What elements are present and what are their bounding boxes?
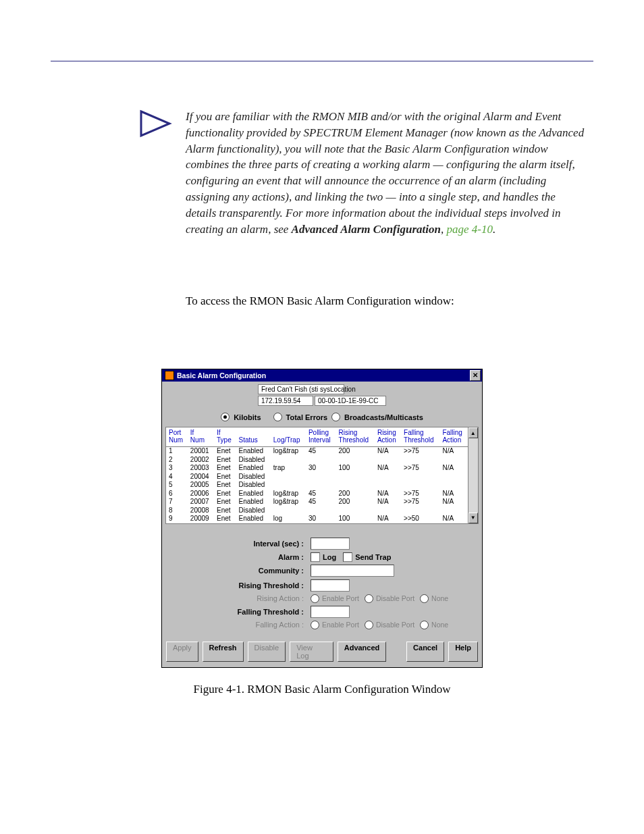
radio-ra-none[interactable] xyxy=(420,594,429,603)
cell-port: 2 xyxy=(166,456,188,465)
cancel-button[interactable]: Cancel xyxy=(406,642,444,662)
cell-ifnum: 20004 xyxy=(188,473,214,481)
cell-iftype: Enet xyxy=(214,506,236,515)
cell-lt xyxy=(271,456,306,465)
radio-kilobits[interactable] xyxy=(221,413,230,421)
cell-lt: log&trap xyxy=(271,498,306,506)
table-row[interactable]: 220002EnetDisabled xyxy=(166,456,468,465)
table-row[interactable]: 320003EnetEnabledtrap30100N/A>>75N/A xyxy=(166,464,468,473)
alarm-table-wrap: Port Num If Num If Type Status Log/Trap … xyxy=(165,427,479,524)
cell-port: 7 xyxy=(166,498,188,506)
label-falling-ac: Falling Action : xyxy=(169,621,311,629)
table-row[interactable]: 120001EnetEnabledlog&trap45200N/A>>75N/A xyxy=(166,447,468,456)
note-link[interactable]: page 4-10 xyxy=(446,223,492,236)
cell-lt: log xyxy=(271,515,306,523)
button-row: Apply Refresh Disable View Log Advanced … xyxy=(162,632,482,667)
cell-poll: 45 xyxy=(306,447,336,456)
cell-fth xyxy=(401,481,439,490)
label-community: Community : xyxy=(169,567,311,575)
table-scrollbar[interactable]: ▲ ▼ xyxy=(468,427,479,523)
cell-rth xyxy=(336,456,375,465)
input-interval[interactable] xyxy=(311,538,350,550)
cell-ifnum: 20005 xyxy=(188,481,214,490)
cell-rac: N/A xyxy=(375,447,401,456)
cell-rth: 200 xyxy=(336,498,375,506)
radio-fa-enable[interactable] xyxy=(311,621,319,629)
help-button[interactable]: Help xyxy=(448,642,478,662)
cell-fth: >>75 xyxy=(401,447,439,456)
infobar: Fred Can't Fish (sti sysLocation 172.19.… xyxy=(162,382,482,410)
table-row[interactable]: 820008EnetDisabled xyxy=(166,506,468,515)
cell-rth: 100 xyxy=(336,515,375,523)
note-block: If you are familiar with the RMON MIB an… xyxy=(138,109,587,237)
cell-fac xyxy=(439,506,467,515)
scroll-up-icon[interactable]: ▲ xyxy=(468,427,479,438)
th-iftype: If Type xyxy=(214,427,236,447)
cell-iftype: Enet xyxy=(214,456,236,465)
note-tail: . xyxy=(493,223,495,236)
cell-port: 4 xyxy=(166,473,188,481)
note-bold: Advanced Alarm Configuration xyxy=(292,223,441,236)
checkbox-sendtrap[interactable] xyxy=(343,552,352,562)
cell-status: Disabled xyxy=(236,506,270,515)
cell-fac xyxy=(439,481,467,490)
note-pre: If you are familiar with the RMON MIB an… xyxy=(186,110,584,236)
advanced-button[interactable]: Advanced xyxy=(338,642,387,662)
th-ifnum: If Num xyxy=(188,427,214,447)
cell-status: Disabled xyxy=(236,481,270,490)
cell-poll xyxy=(306,456,336,465)
table-row[interactable]: 620006EnetEnabledlog&trap45200N/A>>75N/A xyxy=(166,490,468,498)
cell-rac xyxy=(375,506,401,515)
cell-poll: 45 xyxy=(306,490,336,498)
cell-ifnum: 20007 xyxy=(188,498,214,506)
cell-status: Enabled xyxy=(236,447,270,456)
cell-port: 6 xyxy=(166,490,188,498)
cell-ifnum: 20008 xyxy=(188,506,214,515)
view-log-button[interactable]: View Log xyxy=(290,642,333,662)
table-row[interactable]: 420004EnetDisabled xyxy=(166,473,468,481)
cell-iftype: Enet xyxy=(214,498,236,506)
app-icon xyxy=(165,371,174,380)
cell-port: 3 xyxy=(166,464,188,473)
table-row[interactable]: 720007EnetEnabledlog&trap45200N/A>>75N/A xyxy=(166,498,468,506)
disable-button[interactable]: Disable xyxy=(248,642,286,662)
cell-rac: N/A xyxy=(375,515,401,523)
cell-poll: 30 xyxy=(306,464,336,473)
radio-fa-none[interactable] xyxy=(420,621,429,629)
cell-status: Enabled xyxy=(236,498,270,506)
radio-ra-disable-label: Disable Port xyxy=(376,594,414,602)
alarm-table: Port Num If Num If Type Status Log/Trap … xyxy=(166,427,468,523)
apply-button[interactable]: Apply xyxy=(166,642,198,662)
scroll-down-icon[interactable]: ▼ xyxy=(468,513,479,523)
cell-ifnum: 20001 xyxy=(188,447,214,456)
cell-fth: >>75 xyxy=(401,498,439,506)
info-ip: 172.19.59.54 xyxy=(258,396,313,406)
radio-fa-disable[interactable] xyxy=(365,621,373,629)
cell-ifnum: 20006 xyxy=(188,490,214,498)
checkbox-log-label: Log xyxy=(323,553,336,561)
cell-fth xyxy=(401,506,439,515)
table-row[interactable]: 920009EnetEnabledlog30100N/A>>50N/A xyxy=(166,515,468,523)
cell-rac: N/A xyxy=(375,490,401,498)
input-community[interactable] xyxy=(311,565,394,577)
cell-fac: N/A xyxy=(439,515,467,523)
radio-ra-enable[interactable] xyxy=(311,594,319,603)
close-button[interactable]: ✕ xyxy=(470,370,481,381)
radio-ra-disable[interactable] xyxy=(365,594,373,603)
refresh-button[interactable]: Refresh xyxy=(203,642,244,662)
radio-bcast[interactable] xyxy=(331,413,340,421)
th-poll: Polling Interval xyxy=(306,427,336,447)
cell-rth xyxy=(336,481,375,490)
input-falling-th[interactable] xyxy=(311,606,350,618)
cell-rac xyxy=(375,456,401,465)
table-row[interactable]: 520005EnetDisabled xyxy=(166,481,468,490)
cell-port: 8 xyxy=(166,506,188,515)
cell-lt: log&trap xyxy=(271,447,306,456)
cell-poll: 30 xyxy=(306,515,336,523)
cell-status: Disabled xyxy=(236,456,270,465)
th-port: Port Num xyxy=(166,427,188,447)
checkbox-log[interactable] xyxy=(311,552,320,562)
radio-total-errors[interactable] xyxy=(273,413,282,421)
input-rising-th[interactable] xyxy=(311,579,350,592)
cell-rac: N/A xyxy=(375,464,401,473)
